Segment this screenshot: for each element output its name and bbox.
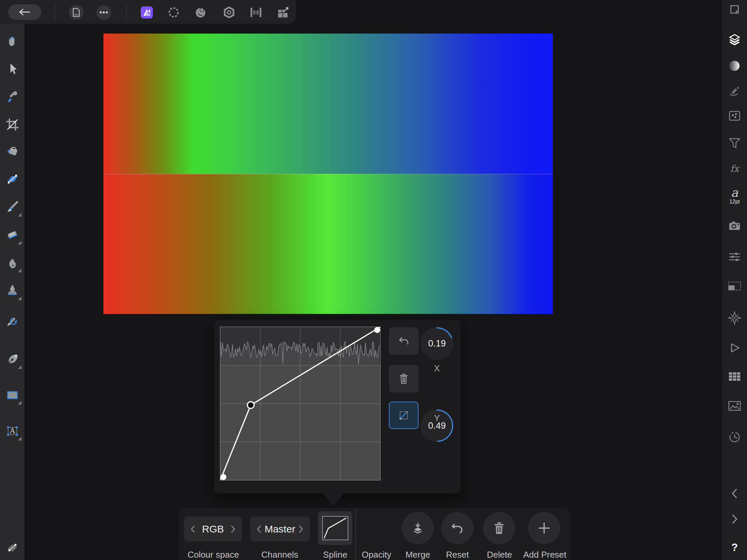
spline-thumbnail <box>323 517 347 539</box>
channels-stepper[interactable]: Master <box>250 516 310 541</box>
merge-button[interactable] <box>402 512 434 544</box>
liquify-persona-button[interactable] <box>195 6 207 19</box>
add-preset-label: Add Preset <box>511 550 578 560</box>
chevron-right-icon[interactable] <box>298 525 304 533</box>
flood-fill-tool[interactable] <box>0 141 25 162</box>
channels-value: Master <box>265 524 295 535</box>
colour-space-label: Colour space <box>180 550 247 560</box>
linear-spline-toggle[interactable] <box>389 402 418 429</box>
canvas-document[interactable] <box>103 33 553 314</box>
retouch-studio-button[interactable] <box>722 84 747 97</box>
gradient-icon <box>5 172 20 187</box>
camera-studio-button[interactable] <box>722 220 747 232</box>
chevron-left-icon[interactable] <box>190 525 196 533</box>
slider-settings-button[interactable] <box>722 251 747 263</box>
photo-persona-button[interactable] <box>141 6 153 19</box>
toolbar-separator <box>126 3 127 21</box>
gradient-tool[interactable] <box>0 169 25 190</box>
spline-button[interactable] <box>318 511 352 545</box>
toolbar-separator <box>55 3 55 21</box>
selections-persona-icon <box>168 7 179 18</box>
tonemap-persona-button[interactable] <box>250 6 262 19</box>
stock-studio-button[interactable] <box>722 400 747 411</box>
colour-picker-tool[interactable] <box>0 86 25 107</box>
reset-icon <box>450 522 465 535</box>
eraser-icon <box>5 228 20 242</box>
back-button[interactable] <box>8 4 41 20</box>
expand-frame-icon <box>729 4 740 15</box>
curve-undo-button[interactable] <box>389 327 418 355</box>
sliders-icon <box>728 251 741 263</box>
pen-tool[interactable] <box>0 349 25 370</box>
export-persona-button[interactable] <box>277 6 289 19</box>
plus-icon <box>537 521 551 535</box>
move-tool[interactable] <box>0 58 25 80</box>
colour-space-stepper[interactable]: RGB <box>184 516 242 541</box>
gradient-strip-adjusted[interactable] <box>103 33 553 174</box>
swatches-studio-button[interactable] <box>722 110 747 122</box>
chevron-left-icon[interactable] <box>256 525 262 533</box>
navigator-studio-button[interactable] <box>722 311 747 325</box>
undo-brush-tool[interactable] <box>0 312 25 333</box>
gradient-strip-original[interactable] <box>103 174 553 314</box>
help-button[interactable]: ? <box>722 541 747 554</box>
adjustments-studio-button[interactable] <box>722 59 747 73</box>
macro-play-button[interactable] <box>722 342 747 354</box>
eyedropper-icon <box>5 89 20 104</box>
curve-node-selected <box>247 402 254 408</box>
crop-tool[interactable] <box>0 114 25 135</box>
camera-icon <box>728 220 741 232</box>
cursor-icon <box>5 61 20 76</box>
curve-node <box>220 474 226 480</box>
adjustments-icon <box>728 59 741 73</box>
effects-studio-button[interactable]: fx <box>722 163 747 174</box>
linear-node-icon <box>398 409 410 421</box>
curve-graph[interactable] <box>220 327 380 480</box>
reset-button[interactable] <box>441 512 473 544</box>
delete-button[interactable] <box>483 512 515 544</box>
view-hand-tool[interactable] <box>0 30 25 52</box>
rectangle-icon <box>5 388 20 403</box>
typography-icon: a <box>731 187 738 199</box>
erase-brush-tool[interactable] <box>0 224 25 246</box>
gradient-node-icon <box>5 540 20 555</box>
dodge-burn-tool[interactable] <box>0 252 25 274</box>
shape-tool[interactable] <box>0 384 25 406</box>
clone-stamp-tool[interactable] <box>0 280 25 301</box>
resize-document-button[interactable] <box>722 281 747 291</box>
history-studio-button[interactable] <box>722 430 747 444</box>
add-preset-button[interactable] <box>528 512 560 544</box>
studio-sidebar: fx a 12pt <box>722 0 747 560</box>
grid-studio-button[interactable] <box>722 371 747 382</box>
grid-icon <box>728 371 741 382</box>
curve-plot <box>220 327 380 480</box>
document-menu-button[interactable] <box>69 5 84 20</box>
hand-icon <box>5 33 20 48</box>
more-options-button[interactable] <box>96 5 111 20</box>
flame-icon <box>5 256 20 270</box>
merge-icon <box>410 521 425 535</box>
paint-bucket-icon <box>5 144 20 159</box>
text-tool[interactable]: A <box>0 420 25 442</box>
chevron-right-icon[interactable] <box>230 525 236 533</box>
selections-persona-button[interactable] <box>168 6 180 19</box>
layers-studio-button[interactable] <box>722 33 747 47</box>
dock-left-button[interactable] <box>722 487 747 500</box>
filters-studio-button[interactable] <box>722 137 747 149</box>
gradient-node-tool[interactable] <box>0 536 25 558</box>
paint-brush-tool[interactable] <box>0 196 25 218</box>
export-persona-icon <box>277 6 289 19</box>
subtool-indicator <box>18 241 22 244</box>
develop-persona-button[interactable] <box>223 6 235 19</box>
liquify-persona-icon <box>195 7 206 18</box>
svg-text:A: A <box>9 427 16 435</box>
expand-frame-button[interactable] <box>722 4 747 15</box>
colour-space-value: RGB <box>202 524 224 535</box>
dock-right-button[interactable] <box>722 513 747 525</box>
brush-icon <box>5 200 20 215</box>
delete-node-button[interactable] <box>389 365 418 393</box>
subtool-indicator <box>18 401 22 404</box>
x-value-dial[interactable]: 0.19 <box>420 327 454 360</box>
filter-funnel-icon <box>728 137 741 149</box>
typography-studio-button[interactable]: a 12pt <box>722 187 747 205</box>
